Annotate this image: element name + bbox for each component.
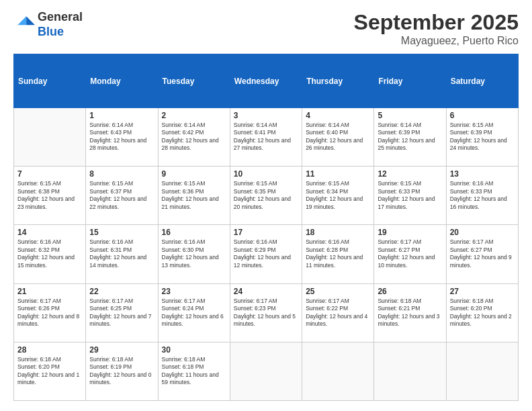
cell-info: Sunrise: 6:15 AM Sunset: 6:36 PM Dayligh…: [162, 180, 226, 211]
date-number: 16: [162, 228, 226, 237]
table-row: 25Sunrise: 6:17 AM Sunset: 6:22 PM Dayli…: [302, 283, 374, 342]
calendar-week-4: 28Sunrise: 6:18 AM Sunset: 6:20 PM Dayli…: [14, 342, 519, 400]
date-number: 28: [17, 345, 82, 355]
date-number: 6: [450, 111, 515, 120]
date-number: 26: [378, 287, 442, 296]
location-title: Mayagueez, Puerto Rico: [354, 35, 519, 47]
cell-info: Sunrise: 6:17 AM Sunset: 6:26 PM Dayligh…: [17, 298, 82, 328]
cell-info: Sunrise: 6:16 AM Sunset: 6:28 PM Dayligh…: [306, 238, 370, 269]
date-number: 17: [234, 228, 298, 237]
table-row: [230, 342, 302, 400]
table-row: 28Sunrise: 6:18 AM Sunset: 6:20 PM Dayli…: [14, 342, 86, 400]
cell-info: Sunrise: 6:15 AM Sunset: 6:33 PM Dayligh…: [378, 180, 442, 211]
table-row: [14, 108, 86, 167]
header: General Blue September 2025 Mayagueez, P…: [13, 10, 519, 47]
table-row: 4Sunrise: 6:14 AM Sunset: 6:40 PM Daylig…: [302, 108, 374, 167]
weekday-monday: Monday: [86, 54, 158, 108]
table-row: 30Sunrise: 6:18 AM Sunset: 6:18 PM Dayli…: [158, 342, 230, 400]
date-number: 27: [450, 287, 515, 296]
weekday-saturday: Saturday: [446, 54, 518, 108]
cell-info: Sunrise: 6:16 AM Sunset: 6:29 PM Dayligh…: [234, 238, 298, 269]
cell-info: Sunrise: 6:18 AM Sunset: 6:18 PM Dayligh…: [162, 356, 226, 387]
table-row: 24Sunrise: 6:17 AM Sunset: 6:23 PM Dayli…: [230, 283, 302, 342]
cell-info: Sunrise: 6:16 AM Sunset: 6:33 PM Dayligh…: [450, 180, 515, 211]
cell-info: Sunrise: 6:14 AM Sunset: 6:42 PM Dayligh…: [162, 122, 226, 152]
weekday-friday: Friday: [374, 54, 446, 108]
logo-icon: [15, 13, 35, 34]
cell-info: Sunrise: 6:17 AM Sunset: 6:24 PM Dayligh…: [162, 298, 226, 328]
table-row: 10Sunrise: 6:15 AM Sunset: 6:35 PM Dayli…: [230, 167, 302, 225]
cell-info: Sunrise: 6:18 AM Sunset: 6:21 PM Dayligh…: [378, 298, 442, 328]
date-number: 11: [306, 169, 370, 179]
date-number: 23: [162, 287, 226, 296]
cell-info: Sunrise: 6:16 AM Sunset: 6:30 PM Dayligh…: [162, 238, 226, 269]
table-row: 8Sunrise: 6:15 AM Sunset: 6:37 PM Daylig…: [86, 167, 158, 225]
cell-info: Sunrise: 6:18 AM Sunset: 6:20 PM Dayligh…: [450, 298, 515, 328]
table-row: 11Sunrise: 6:15 AM Sunset: 6:34 PM Dayli…: [302, 167, 374, 225]
weekday-thursday: Thursday: [302, 54, 374, 108]
calendar-week-2: 14Sunrise: 6:16 AM Sunset: 6:32 PM Dayli…: [14, 225, 519, 283]
calendar-table: Sunday Monday Tuesday Wednesday Thursday…: [13, 54, 519, 401]
table-row: 20Sunrise: 6:17 AM Sunset: 6:27 PM Dayli…: [446, 225, 518, 283]
date-number: 8: [89, 169, 154, 179]
date-number: 19: [378, 228, 442, 237]
cell-info: Sunrise: 6:17 AM Sunset: 6:22 PM Dayligh…: [306, 298, 370, 328]
page: General Blue September 2025 Mayagueez, P…: [0, 0, 532, 411]
cell-info: Sunrise: 6:17 AM Sunset: 6:27 PM Dayligh…: [378, 238, 442, 269]
table-row: 26Sunrise: 6:18 AM Sunset: 6:21 PM Dayli…: [374, 283, 446, 342]
calendar-week-3: 21Sunrise: 6:17 AM Sunset: 6:26 PM Dayli…: [14, 283, 519, 342]
cell-info: Sunrise: 6:16 AM Sunset: 6:32 PM Dayligh…: [17, 238, 82, 269]
table-row: 14Sunrise: 6:16 AM Sunset: 6:32 PM Dayli…: [14, 225, 86, 283]
date-number: 14: [17, 228, 82, 237]
table-row: 7Sunrise: 6:15 AM Sunset: 6:38 PM Daylig…: [14, 167, 86, 225]
date-number: 4: [306, 111, 370, 120]
cell-info: Sunrise: 6:16 AM Sunset: 6:31 PM Dayligh…: [89, 238, 154, 269]
table-row: 2Sunrise: 6:14 AM Sunset: 6:42 PM Daylig…: [158, 108, 230, 167]
calendar-week-1: 7Sunrise: 6:15 AM Sunset: 6:38 PM Daylig…: [14, 167, 519, 225]
table-row: 16Sunrise: 6:16 AM Sunset: 6:30 PM Dayli…: [158, 225, 230, 283]
logo-blue: Blue: [38, 25, 64, 38]
table-row: 17Sunrise: 6:16 AM Sunset: 6:29 PM Dayli…: [230, 225, 302, 283]
table-row: 23Sunrise: 6:17 AM Sunset: 6:24 PM Dayli…: [158, 283, 230, 342]
logo: General Blue: [13, 10, 83, 39]
table-row: 5Sunrise: 6:14 AM Sunset: 6:39 PM Daylig…: [374, 108, 446, 167]
date-number: 18: [306, 228, 370, 237]
cell-info: Sunrise: 6:14 AM Sunset: 6:43 PM Dayligh…: [89, 122, 154, 152]
calendar: Sunday Monday Tuesday Wednesday Thursday…: [13, 54, 519, 401]
table-row: 12Sunrise: 6:15 AM Sunset: 6:33 PM Dayli…: [374, 167, 446, 225]
table-row: 13Sunrise: 6:16 AM Sunset: 6:33 PM Dayli…: [446, 167, 518, 225]
table-row: 22Sunrise: 6:17 AM Sunset: 6:25 PM Dayli…: [86, 283, 158, 342]
table-row: 9Sunrise: 6:15 AM Sunset: 6:36 PM Daylig…: [158, 167, 230, 225]
month-title: September 2025: [354, 10, 519, 35]
table-row: 18Sunrise: 6:16 AM Sunset: 6:28 PM Dayli…: [302, 225, 374, 283]
cell-info: Sunrise: 6:15 AM Sunset: 6:37 PM Dayligh…: [89, 180, 154, 211]
date-number: 5: [378, 111, 442, 120]
date-number: 22: [89, 287, 154, 296]
cell-info: Sunrise: 6:17 AM Sunset: 6:27 PM Dayligh…: [450, 238, 515, 269]
date-number: 25: [306, 287, 370, 296]
table-row: 3Sunrise: 6:14 AM Sunset: 6:41 PM Daylig…: [230, 108, 302, 167]
date-number: 1: [89, 111, 154, 120]
date-number: 3: [234, 111, 298, 120]
cell-info: Sunrise: 6:18 AM Sunset: 6:20 PM Dayligh…: [17, 356, 82, 387]
date-number: 29: [89, 345, 154, 355]
cell-info: Sunrise: 6:14 AM Sunset: 6:39 PM Dayligh…: [378, 122, 442, 152]
weekday-sunday: Sunday: [14, 54, 86, 108]
date-number: 9: [162, 169, 226, 179]
weekday-wednesday: Wednesday: [230, 54, 302, 108]
date-number: 20: [450, 228, 515, 237]
header-row: Sunday Monday Tuesday Wednesday Thursday…: [14, 54, 519, 108]
date-number: 7: [17, 169, 82, 179]
table-row: 6Sunrise: 6:15 AM Sunset: 6:39 PM Daylig…: [446, 108, 518, 167]
table-row: 1Sunrise: 6:14 AM Sunset: 6:43 PM Daylig…: [86, 108, 158, 167]
cell-info: Sunrise: 6:17 AM Sunset: 6:23 PM Dayligh…: [234, 298, 298, 328]
cell-info: Sunrise: 6:15 AM Sunset: 6:34 PM Dayligh…: [306, 180, 370, 211]
date-number: 24: [234, 287, 298, 296]
cell-info: Sunrise: 6:15 AM Sunset: 6:39 PM Dayligh…: [450, 122, 515, 152]
date-number: 30: [162, 345, 226, 355]
cell-info: Sunrise: 6:15 AM Sunset: 6:35 PM Dayligh…: [234, 180, 298, 211]
cell-info: Sunrise: 6:18 AM Sunset: 6:19 PM Dayligh…: [89, 356, 154, 387]
cell-info: Sunrise: 6:15 AM Sunset: 6:38 PM Dayligh…: [17, 180, 82, 211]
cell-info: Sunrise: 6:17 AM Sunset: 6:25 PM Dayligh…: [89, 298, 154, 328]
cell-info: Sunrise: 6:14 AM Sunset: 6:40 PM Dayligh…: [306, 122, 370, 152]
